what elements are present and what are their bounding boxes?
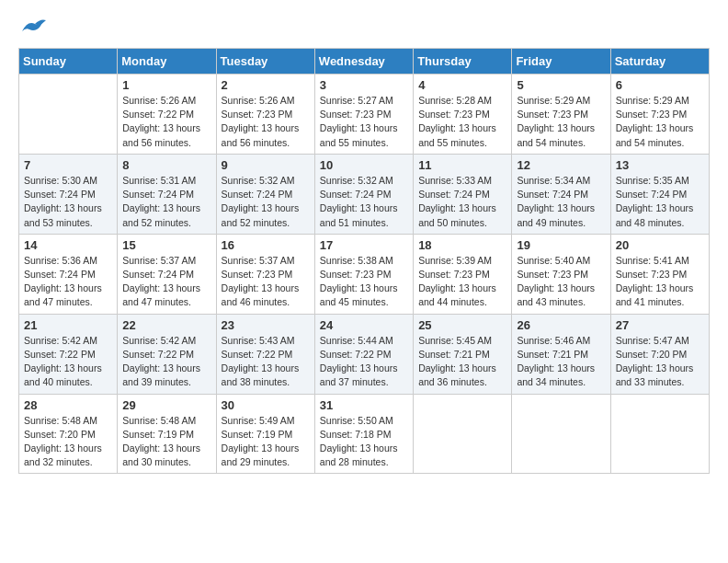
day-info: Sunrise: 5:41 AM Sunset: 7:23 PM Dayligh…	[616, 254, 704, 310]
day-number: 26	[517, 318, 605, 332]
day-info: Sunrise: 5:48 AM Sunset: 7:19 PM Dayligh…	[122, 414, 210, 470]
day-info: Sunrise: 5:33 AM Sunset: 7:24 PM Dayligh…	[418, 174, 506, 230]
day-info: Sunrise: 5:46 AM Sunset: 7:21 PM Dayligh…	[517, 334, 605, 390]
calendar-cell: 28Sunrise: 5:48 AM Sunset: 7:20 PM Dayli…	[19, 394, 118, 474]
day-info: Sunrise: 5:47 AM Sunset: 7:20 PM Dayligh…	[616, 334, 704, 390]
day-info: Sunrise: 5:37 AM Sunset: 7:23 PM Dayligh…	[222, 254, 310, 310]
calendar-cell: 13Sunrise: 5:35 AM Sunset: 7:24 PM Dayli…	[610, 154, 709, 234]
day-header-friday: Friday	[512, 49, 610, 75]
day-number: 11	[418, 158, 506, 172]
day-number: 16	[222, 238, 310, 252]
day-info: Sunrise: 5:34 AM Sunset: 7:24 PM Dayligh…	[517, 174, 605, 230]
day-info: Sunrise: 5:28 AM Sunset: 7:23 PM Dayligh…	[418, 94, 506, 150]
day-number: 28	[24, 398, 112, 412]
day-number: 3	[320, 78, 408, 92]
calendar-cell: 21Sunrise: 5:42 AM Sunset: 7:22 PM Dayli…	[19, 314, 118, 394]
day-info: Sunrise: 5:27 AM Sunset: 7:23 PM Dayligh…	[320, 94, 408, 150]
calendar-cell: 24Sunrise: 5:44 AM Sunset: 7:22 PM Dayli…	[314, 314, 413, 394]
day-number: 13	[616, 158, 704, 172]
calendar-cell: 22Sunrise: 5:42 AM Sunset: 7:22 PM Dayli…	[118, 314, 216, 394]
day-number: 2	[222, 78, 310, 92]
day-info: Sunrise: 5:32 AM Sunset: 7:24 PM Dayligh…	[320, 174, 408, 230]
day-info: Sunrise: 5:36 AM Sunset: 7:24 PM Dayligh…	[24, 254, 112, 310]
calendar-cell: 29Sunrise: 5:48 AM Sunset: 7:19 PM Dayli…	[118, 394, 216, 474]
logo-bird-icon	[20, 18, 46, 37]
day-info: Sunrise: 5:50 AM Sunset: 7:18 PM Dayligh…	[320, 414, 408, 470]
day-info: Sunrise: 5:29 AM Sunset: 7:23 PM Dayligh…	[616, 94, 704, 150]
calendar-cell: 26Sunrise: 5:46 AM Sunset: 7:21 PM Dayli…	[512, 314, 610, 394]
day-info: Sunrise: 5:26 AM Sunset: 7:23 PM Dayligh…	[222, 94, 310, 150]
day-number: 15	[122, 238, 210, 252]
day-number: 24	[320, 318, 408, 332]
day-info: Sunrise: 5:26 AM Sunset: 7:22 PM Dayligh…	[122, 94, 210, 150]
calendar-table: SundayMondayTuesdayWednesdayThursdayFrid…	[18, 48, 710, 474]
day-number: 7	[24, 158, 112, 172]
calendar-cell	[19, 75, 118, 155]
day-number: 12	[517, 158, 605, 172]
calendar-cell: 27Sunrise: 5:47 AM Sunset: 7:20 PM Dayli…	[610, 314, 709, 394]
calendar-cell	[512, 394, 610, 474]
day-info: Sunrise: 5:44 AM Sunset: 7:22 PM Dayligh…	[320, 334, 408, 390]
calendar-cell: 14Sunrise: 5:36 AM Sunset: 7:24 PM Dayli…	[19, 234, 118, 314]
day-header-thursday: Thursday	[414, 49, 512, 75]
calendar-week-row: 7Sunrise: 5:30 AM Sunset: 7:24 PM Daylig…	[19, 154, 710, 234]
day-header-saturday: Saturday	[610, 49, 709, 75]
day-info: Sunrise: 5:32 AM Sunset: 7:24 PM Dayligh…	[222, 174, 310, 230]
day-number: 19	[517, 238, 605, 252]
day-info: Sunrise: 5:38 AM Sunset: 7:23 PM Dayligh…	[320, 254, 408, 310]
calendar-cell: 7Sunrise: 5:30 AM Sunset: 7:24 PM Daylig…	[19, 154, 118, 234]
day-number: 27	[616, 318, 704, 332]
day-header-monday: Monday	[118, 49, 216, 75]
calendar-cell: 18Sunrise: 5:39 AM Sunset: 7:23 PM Dayli…	[414, 234, 512, 314]
calendar-week-row: 14Sunrise: 5:36 AM Sunset: 7:24 PM Dayli…	[19, 234, 710, 314]
day-info: Sunrise: 5:49 AM Sunset: 7:19 PM Dayligh…	[222, 414, 310, 470]
calendar-cell: 11Sunrise: 5:33 AM Sunset: 7:24 PM Dayli…	[414, 154, 512, 234]
day-number: 20	[616, 238, 704, 252]
calendar-cell: 25Sunrise: 5:45 AM Sunset: 7:21 PM Dayli…	[414, 314, 512, 394]
calendar-cell: 31Sunrise: 5:50 AM Sunset: 7:18 PM Dayli…	[314, 394, 413, 474]
calendar-cell: 5Sunrise: 5:29 AM Sunset: 7:23 PM Daylig…	[512, 75, 610, 155]
day-number: 31	[320, 398, 408, 412]
calendar-cell: 30Sunrise: 5:49 AM Sunset: 7:19 PM Dayli…	[216, 394, 314, 474]
calendar-cell: 10Sunrise: 5:32 AM Sunset: 7:24 PM Dayli…	[314, 154, 413, 234]
day-number: 14	[24, 238, 112, 252]
day-number: 10	[320, 158, 408, 172]
calendar-cell: 17Sunrise: 5:38 AM Sunset: 7:23 PM Dayli…	[314, 234, 413, 314]
logo	[18, 18, 46, 40]
day-number: 29	[122, 398, 210, 412]
calendar-cell	[414, 394, 512, 474]
day-header-tuesday: Tuesday	[216, 49, 314, 75]
day-info: Sunrise: 5:40 AM Sunset: 7:23 PM Dayligh…	[517, 254, 605, 310]
day-header-wednesday: Wednesday	[314, 49, 413, 75]
day-number: 22	[122, 318, 210, 332]
calendar-cell: 16Sunrise: 5:37 AM Sunset: 7:23 PM Dayli…	[216, 234, 314, 314]
day-info: Sunrise: 5:31 AM Sunset: 7:24 PM Dayligh…	[122, 174, 210, 230]
day-number: 1	[122, 78, 210, 92]
day-info: Sunrise: 5:43 AM Sunset: 7:22 PM Dayligh…	[222, 334, 310, 390]
day-number: 21	[24, 318, 112, 332]
day-number: 4	[418, 78, 506, 92]
calendar-cell: 12Sunrise: 5:34 AM Sunset: 7:24 PM Dayli…	[512, 154, 610, 234]
calendar-cell: 8Sunrise: 5:31 AM Sunset: 7:24 PM Daylig…	[118, 154, 216, 234]
calendar-cell: 19Sunrise: 5:40 AM Sunset: 7:23 PM Dayli…	[512, 234, 610, 314]
calendar-cell: 9Sunrise: 5:32 AM Sunset: 7:24 PM Daylig…	[216, 154, 314, 234]
page-header	[18, 18, 710, 40]
day-info: Sunrise: 5:42 AM Sunset: 7:22 PM Dayligh…	[122, 334, 210, 390]
day-number: 6	[616, 78, 704, 92]
calendar-cell: 15Sunrise: 5:37 AM Sunset: 7:24 PM Dayli…	[118, 234, 216, 314]
day-number: 17	[320, 238, 408, 252]
day-info: Sunrise: 5:30 AM Sunset: 7:24 PM Dayligh…	[24, 174, 112, 230]
day-number: 23	[222, 318, 310, 332]
day-header-sunday: Sunday	[19, 49, 118, 75]
calendar-body: 1Sunrise: 5:26 AM Sunset: 7:22 PM Daylig…	[19, 75, 710, 474]
day-info: Sunrise: 5:42 AM Sunset: 7:22 PM Dayligh…	[24, 334, 112, 390]
day-info: Sunrise: 5:35 AM Sunset: 7:24 PM Dayligh…	[616, 174, 704, 230]
day-number: 9	[222, 158, 310, 172]
calendar-week-row: 21Sunrise: 5:42 AM Sunset: 7:22 PM Dayli…	[19, 314, 710, 394]
day-info: Sunrise: 5:29 AM Sunset: 7:23 PM Dayligh…	[517, 94, 605, 150]
calendar-cell: 4Sunrise: 5:28 AM Sunset: 7:23 PM Daylig…	[414, 75, 512, 155]
day-number: 5	[517, 78, 605, 92]
calendar-cell: 3Sunrise: 5:27 AM Sunset: 7:23 PM Daylig…	[314, 75, 413, 155]
calendar-cell: 1Sunrise: 5:26 AM Sunset: 7:22 PM Daylig…	[118, 75, 216, 155]
calendar-header-row: SundayMondayTuesdayWednesdayThursdayFrid…	[19, 49, 710, 75]
